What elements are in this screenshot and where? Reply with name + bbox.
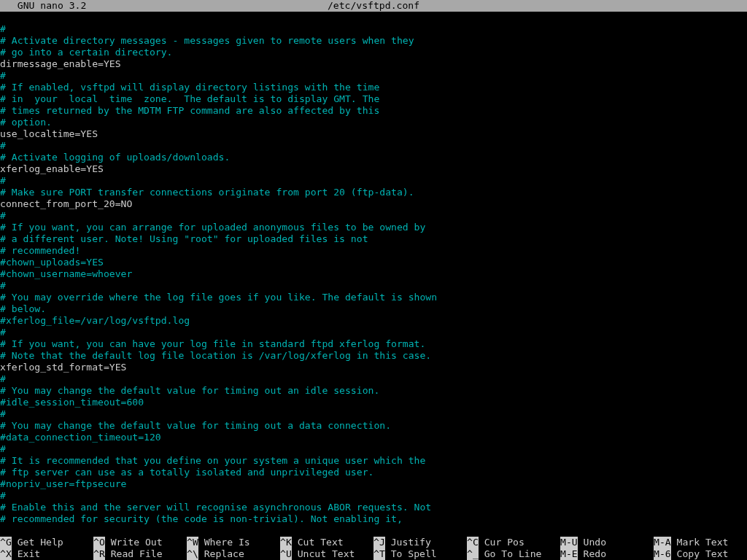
editor-line: # You may override where the log file go… xyxy=(0,292,747,303)
editor-line: # ftp server can use as a totally isolat… xyxy=(0,467,747,478)
editor-line: # Note that the default log file locatio… xyxy=(0,350,747,362)
file-path: /etc/vsftpd.conf xyxy=(0,0,747,12)
shortcut-key: ^_ xyxy=(467,548,479,560)
shortcut-label: Cut Text xyxy=(292,537,344,548)
shortcut-item[interactable]: M-A Mark Text xyxy=(654,537,747,548)
editor-line: # You may change the default value for t… xyxy=(0,420,747,432)
shortcut-item[interactable]: ^_ Go To Line xyxy=(467,548,560,560)
editor-line: #idle_session_timeout=600 xyxy=(0,397,747,408)
shortcut-item[interactable]: ^G Get Help xyxy=(0,537,93,548)
editor-line: # xyxy=(0,280,747,292)
shortcut-key: ^O xyxy=(93,537,105,548)
shortcut-label: Where Is xyxy=(198,537,250,548)
editor-line: # recommended for security (the code is … xyxy=(0,513,747,525)
shortcut-label: Copy Text xyxy=(671,548,729,560)
shortcut-item[interactable]: ^J Justify xyxy=(374,537,467,548)
editor-line: #chown_username=whoever xyxy=(0,268,747,280)
shortcut-item[interactable]: ^O Write Out xyxy=(93,537,187,548)
shortcut-label: Replace xyxy=(198,548,244,560)
editor-line: dirmessage_enable=YES xyxy=(0,58,747,70)
editor-line: # If enabled, vsftpd will display direct… xyxy=(0,82,747,93)
editor-line: # xyxy=(0,23,747,35)
shortcut-key: ^T xyxy=(374,548,385,560)
editor-line: # xyxy=(0,443,747,455)
editor-line: #chown_uploads=YES xyxy=(0,257,747,268)
editor-line: use_localtime=YES xyxy=(0,128,747,140)
editor-line: # option. xyxy=(0,117,747,128)
editor-line: # Enable this and the server will recogn… xyxy=(0,502,747,513)
editor-line: # If you want, you can have your log fil… xyxy=(0,338,747,350)
editor-line: # times returned by the MDTM FTP command… xyxy=(0,105,747,117)
shortcut-item[interactable]: ^U Uncut Text xyxy=(280,548,374,560)
editor-line: xferlog_std_format=YES xyxy=(0,362,747,373)
shortcut-item[interactable]: ^C Cur Pos xyxy=(467,537,560,548)
shortcut-item[interactable]: M-6 Copy Text xyxy=(654,548,747,560)
editor-line: # xyxy=(0,210,747,222)
shortcut-row-2: ^X Exit^R Read File^\ Replace^U Uncut Te… xyxy=(0,548,747,560)
editor-line: #xferlog_file=/var/log/vsftpd.log xyxy=(0,315,747,327)
shortcut-key: ^C xyxy=(467,537,479,548)
shortcut-item[interactable]: M-E Redo xyxy=(560,548,654,560)
editor-line: # xyxy=(0,408,747,420)
shortcut-item[interactable]: ^W Where Is xyxy=(187,537,280,548)
shortcut-label: Exit xyxy=(12,548,40,560)
editor-line: # xyxy=(0,175,747,187)
shortcut-key: ^X xyxy=(0,548,12,560)
shortcut-item[interactable]: ^T To Spell xyxy=(374,548,467,560)
shortcut-key: M-6 xyxy=(654,548,671,560)
editor-line: # It is recommended that you define on y… xyxy=(0,455,747,467)
shortcut-label: Cur Pos xyxy=(479,537,525,548)
editor-line: #data_connection_timeout=120 xyxy=(0,432,747,443)
shortcut-label: Justify xyxy=(385,537,431,548)
editor-line: # below. xyxy=(0,303,747,315)
shortcut-key: ^G xyxy=(0,537,12,548)
shortcut-item[interactable]: ^X Exit xyxy=(0,548,93,560)
shortcut-item[interactable]: ^K Cut Text xyxy=(280,537,374,548)
shortcut-key: ^J xyxy=(374,537,385,548)
editor-line: # If you want, you can arrange for uploa… xyxy=(0,222,747,233)
shortcut-label: Write Out xyxy=(105,537,163,548)
shortcut-key: M-U xyxy=(560,537,578,548)
editor-line: # xyxy=(0,140,747,152)
editor-line: # a different user. Note! Using "root" f… xyxy=(0,233,747,245)
shortcut-label: Read File xyxy=(105,548,163,560)
editor-line: connect_from_port_20=NO xyxy=(0,198,747,210)
shortcut-row-1: ^G Get Help^O Write Out^W Where Is^K Cut… xyxy=(0,537,747,548)
shortcut-key: ^W xyxy=(187,537,198,548)
editor-line: # go into a certain directory. xyxy=(0,47,747,58)
shortcut-key: ^\ xyxy=(187,548,198,560)
shortcut-key: M-E xyxy=(560,548,578,560)
shortcut-label: To Spell xyxy=(385,548,437,560)
shortcut-label: Uncut Text xyxy=(292,548,355,560)
shortcut-bar: ^G Get Help^O Write Out^W Where Is^K Cut… xyxy=(0,537,747,560)
shortcut-label: Go To Line xyxy=(479,548,542,560)
editor-line: # xyxy=(0,490,747,502)
shortcut-item[interactable]: M-U Undo xyxy=(560,537,654,548)
title-bar: GNU nano 3.2 /etc/vsftpd.conf xyxy=(0,0,747,12)
shortcut-key: ^R xyxy=(93,548,105,560)
shortcut-item[interactable]: ^\ Replace xyxy=(187,548,280,560)
shortcut-key: ^U xyxy=(280,548,292,560)
editor-line: # xyxy=(0,70,747,82)
editor-line: # Activate logging of uploads/downloads. xyxy=(0,152,747,163)
editor-content[interactable]: ## Activate directory messages - message… xyxy=(0,23,747,525)
editor-line: xferlog_enable=YES xyxy=(0,163,747,175)
editor-line: # recommended! xyxy=(0,245,747,257)
shortcut-item[interactable]: ^R Read File xyxy=(93,548,187,560)
editor-line: #nopriv_user=ftpsecure xyxy=(0,478,747,490)
shortcut-label: Get Help xyxy=(12,537,63,548)
shortcut-key: M-A xyxy=(654,537,671,548)
shortcut-label: Undo xyxy=(578,537,606,548)
shortcut-label: Mark Text xyxy=(671,537,729,548)
editor-line: # xyxy=(0,327,747,338)
editor-line: # Make sure PORT transfer connections or… xyxy=(0,187,747,198)
editor-line: # Activate directory messages - messages… xyxy=(0,35,747,47)
editor-line: # xyxy=(0,373,747,385)
shortcut-label: Redo xyxy=(578,548,606,560)
editor-line: # in your local time zone. The default i… xyxy=(0,93,747,105)
editor-line: # You may change the default value for t… xyxy=(0,385,747,397)
shortcut-key: ^K xyxy=(280,537,292,548)
